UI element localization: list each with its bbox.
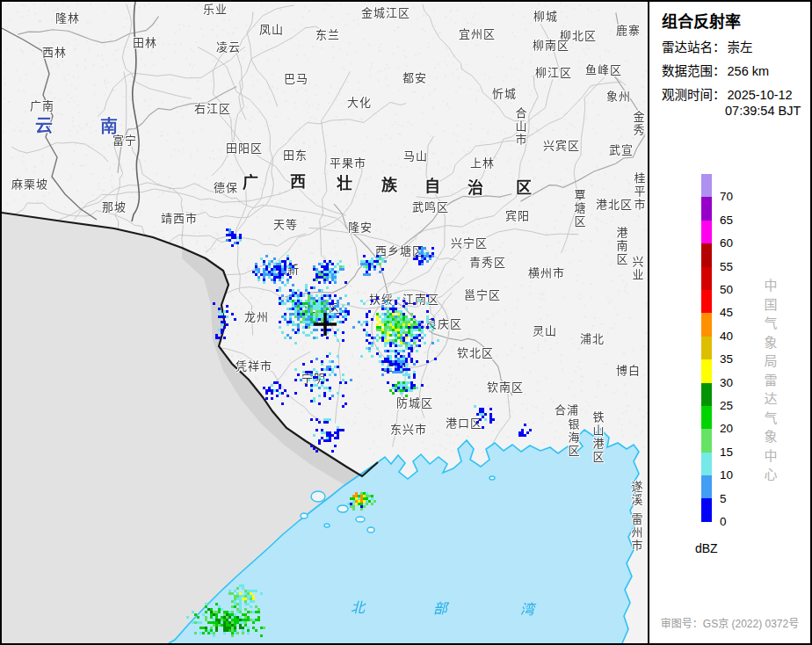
scale-segment <box>701 337 712 359</box>
scale-tick-label: 15 <box>720 446 746 459</box>
color-scale: 7065605550454035302520151050 <box>701 174 712 522</box>
scale-segment <box>701 313 712 336</box>
scale-tick-label: 0 <box>720 515 746 528</box>
scale-tick-label: 50 <box>720 283 746 296</box>
scale-tick-label: 5 <box>720 492 746 505</box>
scale-tick-label: 55 <box>720 260 746 273</box>
radar-product-window: 隆林乐业金城江区柳城凤山东兰鹿寨柳北区宜州区西林田林凌云柳南区巴马都安柳江区鱼峰… <box>0 0 812 645</box>
range-value: 256 km <box>728 64 770 78</box>
radar-site-cross-icon <box>314 313 337 336</box>
product-title: 组合反射率 <box>662 9 741 32</box>
time-label: 观测时间： <box>662 88 726 102</box>
range-row: 数据范围：256 km <box>662 61 769 79</box>
scale-segment <box>701 243 712 266</box>
radar-site-layer <box>2 2 648 643</box>
scale-tick-label: 40 <box>720 330 746 343</box>
map-approval-number: 审图号：GS京 (2022) 0372号 <box>649 615 810 630</box>
scale-tick-label: 45 <box>720 306 746 319</box>
time-value-clock: 07:39:54 BJT <box>725 104 801 118</box>
scale-segment <box>701 498 712 521</box>
scale-segment <box>701 221 712 243</box>
info-panel: 组合反射率 雷达站名：崇左 数据范围：256 km 观测时间：2025-10-1… <box>648 2 810 643</box>
scale-tick-label: 65 <box>720 214 746 227</box>
scale-tick-label: 25 <box>720 399 746 412</box>
scale-segment <box>701 174 712 197</box>
station-value: 崇左 <box>728 40 753 54</box>
scale-segment <box>701 267 712 290</box>
scale-tick-label: 35 <box>720 352 746 366</box>
scale-segment <box>701 429 712 452</box>
scale-unit-label: dBZ <box>695 541 718 555</box>
scale-segment <box>701 359 712 382</box>
time-value-date: 2025-10-12 <box>728 88 793 102</box>
scale-tick-label: 10 <box>720 468 746 482</box>
scale-tick-label: 60 <box>720 236 746 250</box>
watermark-text: 中国气象局雷达气象中心 <box>762 276 779 484</box>
scale-segment <box>701 383 712 406</box>
time-row: 观测时间：2025-10-12 <box>662 84 793 103</box>
scale-segment <box>701 453 712 475</box>
radar-map: 隆林乐业金城江区柳城凤山东兰鹿寨柳北区宜州区西林田林凌云柳南区巴马都安柳江区鱼峰… <box>2 2 648 643</box>
scale-segment <box>701 290 712 313</box>
scale-tick-label: 70 <box>720 190 746 203</box>
scale-segment <box>701 475 712 498</box>
station-label: 雷达站名： <box>662 40 726 54</box>
scale-segment <box>701 406 712 429</box>
scale-segment <box>701 197 712 220</box>
scale-tick-label: 30 <box>720 376 746 389</box>
range-label: 数据范围： <box>662 64 726 78</box>
time-row-2: 07:39:54 BJT <box>725 104 801 118</box>
station-row: 雷达站名：崇左 <box>662 37 753 55</box>
scale-tick-label: 20 <box>720 422 746 435</box>
